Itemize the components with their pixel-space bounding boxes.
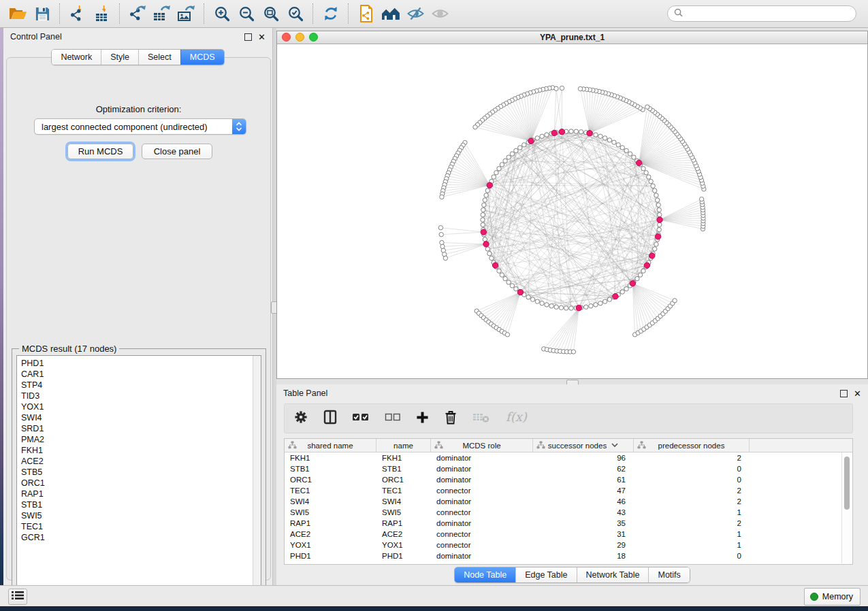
mcds-result-item[interactable]: YOX1	[21, 401, 253, 412]
mcds-result-item[interactable]: SWI5	[21, 510, 253, 521]
refresh-button[interactable]	[319, 2, 343, 25]
cell-successor-nodes[interactable]: 43	[533, 508, 634, 516]
column-header-MCDS-role[interactable]: MCDS role	[431, 439, 533, 452]
search-input[interactable]	[686, 8, 846, 19]
cell-successor-nodes[interactable]: 62	[533, 465, 634, 473]
cell-successor-nodes[interactable]: 61	[533, 476, 634, 484]
cell-predecessor-nodes[interactable]: 1	[634, 508, 750, 516]
column-header-name[interactable]: name	[376, 439, 431, 452]
mcds-result-item[interactable]: STB1	[21, 499, 253, 510]
mcds-result-item[interactable]: SRD1	[21, 423, 253, 434]
mcds-result-item[interactable]: SWI4	[21, 412, 253, 423]
cell-shared-name[interactable]: SWI5	[285, 508, 376, 516]
network-titlebar[interactable]: YPA_prune.txt_1	[277, 31, 867, 44]
cell-predecessor-nodes[interactable]: 0	[634, 552, 750, 560]
cell-predecessor-nodes[interactable]: 0	[634, 476, 750, 484]
select-all-button[interactable]	[352, 411, 370, 426]
zoom-in-button[interactable]	[210, 2, 234, 25]
cell-MCDS-role[interactable]: dominator	[431, 476, 533, 484]
tab-network[interactable]: Network	[52, 50, 101, 65]
cell-name[interactable]: SWI4	[376, 497, 431, 506]
mcds-result-item[interactable]: TID3	[21, 391, 253, 401]
memory-button[interactable]: Memory	[804, 588, 861, 606]
cell-predecessor-nodes[interactable]: 1	[634, 530, 750, 538]
cell-shared-name[interactable]: SWI4	[285, 497, 376, 506]
cell-name[interactable]: RAP1	[376, 519, 431, 527]
mcds-result-item[interactable]: CAR1	[21, 369, 253, 380]
column-header-predecessor-nodes[interactable]: predecessor nodes	[634, 439, 750, 452]
scrollbar-thumb[interactable]	[844, 457, 850, 510]
tab-select[interactable]: Select	[138, 50, 180, 65]
mcds-result-item[interactable]: GCR1	[21, 532, 253, 543]
cell-successor-nodes[interactable]: 29	[533, 541, 634, 549]
mcds-result-item[interactable]: PHD1	[21, 358, 253, 369]
cell-shared-name[interactable]: RAP1	[285, 519, 376, 527]
table-row[interactable]: ORC1ORC1dominator610	[285, 474, 852, 485]
zoom-out-button[interactable]	[234, 2, 259, 25]
export-image-button[interactable]	[174, 2, 199, 25]
table-row[interactable]: FKH1FKH1dominator962	[285, 452, 852, 463]
cell-predecessor-nodes[interactable]: 2	[634, 454, 750, 462]
minimize-window-button[interactable]	[295, 33, 304, 42]
gene-ontology-button[interactable]	[379, 2, 403, 25]
cell-MCDS-role[interactable]: dominator	[431, 454, 533, 462]
export-table-button[interactable]	[150, 2, 174, 25]
mcds-result-item[interactable]: ACE2	[21, 456, 253, 467]
cell-predecessor-nodes[interactable]: 0	[634, 465, 750, 473]
cell-successor-nodes[interactable]: 96	[533, 454, 634, 462]
add-column-button[interactable]	[416, 411, 429, 427]
search-field[interactable]	[667, 5, 856, 22]
table-row[interactable]: SWI4SWI4dominator462	[285, 496, 852, 507]
cell-name[interactable]: STB1	[376, 465, 431, 473]
float-panel-icon[interactable]	[840, 390, 848, 397]
network-canvas[interactable]	[277, 44, 867, 378]
hide-graphics-button[interactable]	[403, 2, 428, 25]
mcds-result-item[interactable]: STP4	[21, 380, 253, 391]
cell-name[interactable]: ORC1	[376, 476, 431, 484]
cell-shared-name[interactable]: FKH1	[285, 454, 376, 462]
tab-motifs[interactable]: Motifs	[648, 567, 689, 582]
mcds-result-item[interactable]: ORC1	[21, 478, 253, 489]
list-scrollbar[interactable]	[253, 356, 261, 596]
mcds-result-item[interactable]: RAP1	[21, 489, 253, 499]
tab-mcds[interactable]: MCDS	[180, 50, 224, 65]
maximize-window-button[interactable]	[309, 33, 318, 42]
cell-successor-nodes[interactable]: 18	[533, 552, 634, 560]
cell-shared-name[interactable]: PHD1	[285, 552, 376, 560]
tab-network-table[interactable]: Network Table	[577, 567, 649, 582]
open-folder-button[interactable]	[5, 2, 30, 25]
import-table-button[interactable]	[90, 2, 114, 25]
cell-successor-nodes[interactable]: 46	[533, 497, 634, 506]
run-mcds-button[interactable]: Run MCDS	[67, 144, 133, 159]
optimization-select[interactable]: largest connected component (undirected)	[34, 118, 246, 135]
mcds-result-list[interactable]: PHD1CAR1STP4TID3YOX1SWI4SRD1PMA2FKH1ACE2…	[16, 355, 261, 597]
zoom-selected-button[interactable]	[283, 2, 308, 25]
import-network-button[interactable]	[65, 2, 90, 25]
cell-MCDS-role[interactable]: connector	[431, 541, 533, 549]
table-row[interactable]: STB1STB1dominator620	[285, 463, 852, 474]
table-row[interactable]: YOX1YOX1connector291	[285, 540, 852, 550]
cell-successor-nodes[interactable]: 35	[533, 519, 634, 527]
cell-predecessor-nodes[interactable]: 1	[634, 541, 750, 549]
table-row[interactable]: TEC1TEC1connector472	[285, 485, 852, 496]
cell-MCDS-role[interactable]: connector	[431, 486, 533, 495]
cell-MCDS-role[interactable]: dominator	[431, 465, 533, 473]
horizontal-splitter[interactable]	[276, 379, 868, 384]
cell-name[interactable]: SWI5	[376, 508, 431, 516]
cell-shared-name[interactable]: ORC1	[285, 476, 376, 484]
cell-shared-name[interactable]: YOX1	[285, 541, 376, 549]
cell-name[interactable]: TEC1	[376, 486, 431, 495]
column-view-button[interactable]	[323, 410, 337, 427]
cell-successor-nodes[interactable]: 47	[533, 486, 634, 495]
mcds-result-item[interactable]: TEC1	[21, 521, 253, 532]
cell-shared-name[interactable]: ACE2	[285, 530, 376, 538]
mcds-result-item[interactable]: PMA2	[21, 434, 253, 445]
column-header-shared-name[interactable]: shared name	[285, 439, 376, 452]
close-panel-icon[interactable]: ✕	[854, 391, 861, 397]
cell-predecessor-nodes[interactable]: 2	[634, 519, 750, 527]
cell-successor-nodes[interactable]: 31	[533, 530, 634, 538]
tab-style[interactable]: Style	[101, 50, 138, 65]
deselect-all-button[interactable]	[385, 411, 401, 426]
column-header-successor-nodes[interactable]: successor nodes	[533, 439, 634, 452]
zoom-fit-button[interactable]	[259, 2, 283, 25]
